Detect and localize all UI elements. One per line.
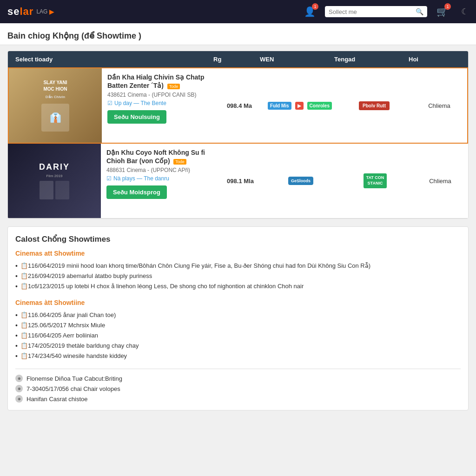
poster-placeholder: SLAY YANI MOC HION Dần Chivin 👔 <box>9 68 102 143</box>
footer-item: ⊕ Flonemse Diñoa Tuø Cabcut:Briting <box>15 375 461 382</box>
movie-hoi: Chliema <box>411 68 467 143</box>
brand-pbolv: Pbolv Rutt <box>359 101 390 110</box>
footer-item-icon: ⊕ <box>15 375 23 382</box>
page-title-area: Bain chiog Khộng (để Showtime ) <box>0 23 476 45</box>
page-title: Bain chiog Khộng (để Showtime ) <box>7 31 469 41</box>
movie-poster: SLAY YANI MOC HION Dần Chivin 👔 <box>9 68 102 143</box>
brand-conroles: Conroles <box>307 102 332 110</box>
list-item: 📋116/064/2019 minii hood loan khorq time… <box>15 261 461 271</box>
cinemas-section-1: Cinemas att Showtime 📋116/064/2019 minii… <box>15 250 461 291</box>
brand-youtube: ▶ <box>295 102 304 110</box>
movies-table: Select tioady Rg WEN Tengad Hoi SLAY YAN… <box>7 51 469 219</box>
list-item-text: 📋174/234/540 winesile handste kiddey <box>20 352 127 359</box>
poster-placeholder: DARIY Film 2019 <box>8 144 101 218</box>
brand-fullmis: Fuld Mis <box>268 102 291 110</box>
col-select: Select tioady <box>13 56 212 63</box>
logo-play-icon: ▶ <box>49 8 54 15</box>
header: selar LAG ▶ 👤 1 🔍 🛒 1 ☾ <box>0 0 476 23</box>
search-input[interactable] <box>329 8 416 15</box>
notifications-icon[interactable]: 👤 1 <box>304 6 316 17</box>
logo: selar LAG ▶ <box>7 6 54 18</box>
cart-icon[interactable]: 🛒 1 <box>436 6 448 17</box>
footer-items: ⊕ Flonemse Diñoa Tuø Cabcut:Briting ⊕ 7-… <box>15 375 461 403</box>
logo-lar: lar <box>20 6 33 17</box>
list-item-text: 📋1c6/123/2015 up lotebi H chox å linehon… <box>20 283 304 290</box>
brand-geslood: GeSloods <box>288 177 313 185</box>
cinemas-list-2: 📋116.064/205 ånar jnali Chan toe) 📋125.0… <box>15 310 461 361</box>
brand-tatcon: TAT CONSTANIC <box>364 173 387 188</box>
footer-item-text: Flonemse Diñoa Tuø Cabcut:Briting <box>26 375 122 382</box>
notification-badge: 1 <box>312 3 318 10</box>
list-item: 📋216/094/2019 abemarlul àtatbo buply pur… <box>15 271 461 281</box>
table-header: Select tioady Rg WEN Tengad Hoi <box>8 51 468 67</box>
footer-item: ⊕ 7-30405/17/056 chai Chair volopes <box>15 385 461 392</box>
movie-badge: Tode <box>173 159 186 165</box>
footer-item: ⊕ Hanifan Casrat chistoe <box>15 395 461 403</box>
col-rg: Rg <box>212 56 258 63</box>
search-bar: 🔍 <box>325 6 427 17</box>
movie-price: 098.1 Mla <box>217 144 264 218</box>
cinemas-title-1: Cinemas att Showtime <box>15 250 461 257</box>
movie-price: 098.4 Ma <box>216 68 263 143</box>
movie-wen: GeSloods <box>264 144 338 218</box>
movie-poster: DARIY Film 2019 <box>8 144 101 218</box>
list-item-text: 📋125.06/5/2017 Mchrsix Miule <box>20 322 105 329</box>
divider <box>15 369 461 369</box>
list-item-text: 📋116/064/205 Aerr boliinian <box>20 332 98 339</box>
logo-text: selar <box>7 6 33 18</box>
list-item-text: 📋174/205/2019 thetàle barldung chay chay <box>20 342 139 349</box>
list-item: 📋125.06/5/2017 Mchrsix Miule <box>15 320 461 331</box>
movie-badge: Tode <box>167 84 180 89</box>
footer-item-icon: ⊕ <box>15 395 23 403</box>
col-hoi: Hoi <box>407 56 463 63</box>
movie-info: Dần Kha Hialg Chivin Sạ Chatp Batten Zen… <box>102 68 216 143</box>
cinemas-section-2: Cinemas àtt Showtiine 📋116.064/205 ånar … <box>15 299 461 361</box>
footer-item-text: 7-30405/17/056 chai Chair volopes <box>26 385 120 392</box>
logo-se: se <box>7 6 20 17</box>
main-content: Select tioady Rg WEN Tengad Hoi SLAY YAN… <box>0 45 476 416</box>
movie-title: Dần Kha Hialg Chivin Sạ Chatp Batten Zen… <box>107 73 211 90</box>
cart-badge: 1 <box>444 3 451 10</box>
list-item: 📋1c6/123/2015 up lotebi H chox å linehon… <box>15 281 461 291</box>
movie-hoi: Chliema <box>412 144 468 218</box>
movie-title: Dận Khu Coyo Noft Không Su fi Chioh Bar … <box>106 148 212 165</box>
movie-wen: Fuld Mis ▶ Conroles <box>263 68 337 143</box>
movie-id: 488631 Cinema - (UPPONC APři) <box>106 167 212 173</box>
cinemas-title-2: Cinemas àtt Showtiine <box>15 299 461 306</box>
theme-toggle-icon[interactable]: ☾ <box>461 7 469 17</box>
list-item-text: 📋216/094/2019 abemarlul àtatbo buply pur… <box>20 272 152 279</box>
movie-action-button[interactable]: Seðu Noulsuing <box>107 110 166 124</box>
list-item-text: 📋116.064/205 ånar jnali Chan toe) <box>20 311 116 318</box>
list-item: 📋116.064/205 ånar jnali Chan toe) <box>15 310 461 320</box>
movie-action-button[interactable]: Seðu Moidsprog <box>106 185 167 199</box>
logo-lag: LAG <box>36 8 47 15</box>
list-item: 📋116/064/205 Aerr boliinian <box>15 331 461 341</box>
footer-item-icon: ⊕ <box>15 385 23 392</box>
table-row: DARIY Film 2019 Dận Khu Coyo Noft Không … <box>8 144 468 218</box>
search-icon[interactable]: 🔍 <box>416 8 423 15</box>
movie-info: Dận Khu Coyo Noft Không Su fi Chioh Bar … <box>101 144 217 218</box>
list-item-text: 📋116/064/2019 minii hood loan khorq time… <box>20 262 370 269</box>
lower-title: Calost Chổng Showtimes <box>15 234 461 244</box>
movie-id: 438621 Cinema - (UFPOI CANI SB) <box>107 92 211 98</box>
table-row: SLAY YANI MOC HION Dần Chivin 👔 Dần Kha … <box>8 67 468 144</box>
movie-tengad: TAT CONSTANIC <box>338 144 412 218</box>
list-item: 📋174/234/540 winesile handste kiddey <box>15 351 461 361</box>
cinemas-list-1: 📋116/064/2019 minii hood loan khorq time… <box>15 261 461 291</box>
col-wen: WEN <box>258 56 332 63</box>
lower-section: Calost Chổng Showtimes Cinemas att Showt… <box>7 226 469 410</box>
movie-tag: ☑ Nà plays — The danru <box>106 175 212 182</box>
footer-item-text: Hanifan Casrat chistoe <box>26 396 88 403</box>
movie-tengad: Pbolv Rutt <box>337 68 411 143</box>
movie-tag: ☑ Up day — The Bente <box>107 100 211 106</box>
list-item: 📋174/205/2019 thetàle barldung chay chay <box>15 341 461 351</box>
col-tengad: Tengad <box>332 56 407 63</box>
